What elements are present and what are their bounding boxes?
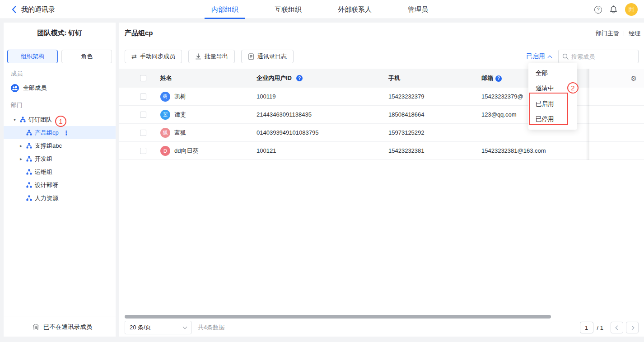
- download-icon: [195, 53, 201, 60]
- column-header-label: 企业内用户ID: [257, 74, 292, 82]
- help-question-icon[interactable]: ?: [495, 75, 502, 82]
- sidebar-item-all-members[interactable]: 全部成员: [4, 81, 116, 95]
- search-icon: [562, 53, 569, 60]
- user-id-cell: 100119: [257, 93, 388, 100]
- contact-log-label: 通讯录日志: [257, 52, 287, 61]
- sidebar-item-removed-members[interactable]: 已不在通讯录成员: [4, 317, 116, 337]
- row-checkbox[interactable]: [140, 148, 146, 154]
- page-size-value: 20 条/页: [130, 323, 151, 332]
- tab-admin[interactable]: 管理员: [401, 0, 435, 19]
- user-id-cell: 21443463091138435: [257, 111, 388, 118]
- user-id-cell: 0140393949101083795: [257, 129, 388, 136]
- contact-log-button[interactable]: 通讯录日志: [241, 50, 294, 63]
- tree-item-design-dept[interactable]: 设计部呀: [4, 178, 116, 192]
- select-all-checkbox[interactable]: [140, 75, 146, 81]
- column-header-name: 姓名: [160, 74, 257, 82]
- more-actions-icon[interactable]: ⋮: [63, 129, 70, 136]
- name-cell: 狐蓝狐: [160, 128, 257, 138]
- tree-item-ops-group[interactable]: 运维组: [4, 165, 116, 178]
- tree-item-dev-group[interactable]: ▸开发组: [4, 152, 116, 165]
- annotation-step-1: 1: [55, 116, 66, 127]
- all-members-label: 全部成员: [23, 84, 47, 92]
- tab-roles[interactable]: 角色: [61, 50, 112, 63]
- member-avatar: 树: [160, 92, 170, 102]
- column-header-id: 企业内用户ID?: [257, 74, 388, 82]
- chevron-right-icon: [630, 325, 634, 330]
- row-checkbox-cell: [119, 112, 160, 118]
- caret-right-icon[interactable]: ▸: [20, 143, 26, 148]
- help-icon[interactable]: ?: [594, 6, 602, 14]
- row-checkbox[interactable]: [140, 94, 146, 100]
- column-header-label: 姓名: [160, 74, 172, 82]
- main-panel: 产品组cp 部门主管 经理 ⇄ 手动同步成员 批量导出 通讯录日志 已启用: [119, 23, 644, 337]
- tab-internal-org[interactable]: 内部组织: [205, 0, 245, 19]
- phone-cell: 15973125292: [388, 129, 481, 136]
- email-cell: 15423232381@163.com: [481, 147, 589, 154]
- org-hierarchy-icon: [26, 169, 33, 175]
- role-links: 部门主管 经理: [596, 29, 640, 37]
- status-filter-value: 已启用: [526, 52, 545, 61]
- batch-export-button[interactable]: 批量导出: [188, 50, 235, 63]
- tab-org-structure[interactable]: 组织架构: [7, 50, 58, 63]
- search-input[interactable]: [571, 53, 635, 60]
- page-title: 我的通讯录: [21, 5, 55, 14]
- table-row[interactable]: Ddd向日葵1001211542323238115423232381@163.c…: [119, 142, 644, 160]
- row-checkbox-cell: [119, 94, 160, 100]
- caret-right-icon[interactable]: ▸: [20, 156, 26, 161]
- chevron-up-icon: [548, 55, 552, 60]
- page-size-select[interactable]: 20 条/页: [125, 321, 191, 334]
- member-name: 蓝狐: [174, 129, 186, 137]
- horizontal-scrollbar-thumb[interactable]: [125, 315, 551, 319]
- row-checkbox-cell: [119, 148, 160, 154]
- column-settings-icon[interactable]: ⚙: [631, 75, 637, 82]
- tree-item-hr[interactable]: 人力资源: [4, 192, 116, 205]
- total-count-label: 共4条数据: [198, 323, 224, 332]
- header-settings-cell: ⚙: [589, 69, 644, 88]
- user-avatar[interactable]: 田: [625, 3, 638, 16]
- dept-title: 产品组cp: [125, 29, 153, 37]
- back-chevron-icon[interactable]: [12, 6, 16, 13]
- column-header-label: 手机: [388, 75, 400, 81]
- sync-icon: ⇄: [131, 53, 137, 60]
- tree-item-label: 人力资源: [35, 194, 58, 202]
- tree-item-label: 开发组: [35, 155, 52, 163]
- tab-external-contacts[interactable]: 外部联系人: [331, 0, 378, 19]
- tree-item-label: 产品组cp: [35, 129, 59, 137]
- tree-item-product-group-cp[interactable]: 产品组cp⋮: [4, 126, 116, 139]
- nav-right-icons: ? 田: [594, 0, 638, 19]
- row-checkbox[interactable]: [140, 130, 146, 136]
- member-avatar: 斐: [160, 110, 170, 120]
- page-count-label: / 1: [597, 324, 603, 331]
- tab-connected-org[interactable]: 互联组织: [268, 0, 308, 19]
- manual-sync-label: 手动同步成员: [140, 52, 175, 61]
- caret-down-icon[interactable]: ▾: [14, 117, 20, 122]
- member-avatar: 狐: [160, 128, 170, 138]
- page-number-input[interactable]: [580, 322, 593, 333]
- next-page-button[interactable]: [626, 322, 639, 333]
- manual-sync-button[interactable]: ⇄ 手动同步成员: [125, 50, 182, 63]
- tree-item-support-group-abc[interactable]: ▸支撑组abc: [4, 139, 116, 152]
- member-name: dd向日葵: [174, 147, 198, 155]
- help-question-icon[interactable]: ?: [296, 75, 303, 81]
- name-cell: 斐谭斐: [160, 110, 257, 120]
- manager-link[interactable]: 经理: [629, 29, 640, 37]
- header-checkbox-cell: [119, 75, 160, 81]
- back-nav[interactable]: 我的通讯录: [12, 0, 55, 19]
- top-navbar: 我的通讯录 内部组织互联组织外部联系人管理员 ? 田: [0, 0, 644, 19]
- row-checkbox[interactable]: [140, 112, 146, 118]
- sidebar: 团队模式: 钉钉 组织架构 角色 成员 全部成员 部门 ▾钉钉团队产品组cp⋮▸…: [4, 23, 116, 337]
- org-hierarchy-icon: [20, 117, 26, 122]
- name-cell: 树凯树: [160, 92, 257, 102]
- member-name: 谭斐: [174, 111, 186, 119]
- dept-manager-link[interactable]: 部门主管: [596, 29, 619, 37]
- departments-section-label: 部门: [11, 101, 116, 109]
- bell-icon[interactable]: [610, 5, 617, 14]
- annotation-step-2: 2: [567, 82, 579, 94]
- status-filter[interactable]: 已启用: [526, 52, 551, 61]
- org-hierarchy-icon: [26, 143, 33, 149]
- document-icon: [248, 53, 254, 60]
- dropdown-item-全部[interactable]: 全部: [528, 66, 577, 81]
- tree-item-label: 支撑组abc: [35, 142, 62, 150]
- prev-page-button[interactable]: [611, 322, 623, 333]
- phone-cell: 15423232379: [388, 93, 481, 100]
